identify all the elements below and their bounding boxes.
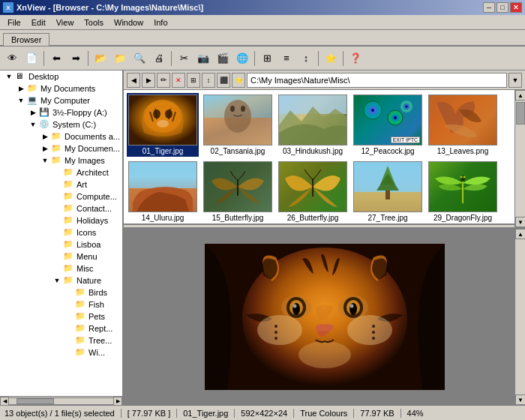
thumb-butterfly1[interactable]: 15_Butterfly.jpg: [202, 160, 274, 224]
tree-item-icons[interactable]: 📁 Icons: [0, 226, 122, 238]
tree-hscrollbar[interactable]: ◀ ▶: [0, 396, 122, 405]
addr-back[interactable]: ◀: [127, 73, 140, 88]
status-bar: 13 object(s) / 1 file(s) selected [ 77.9…: [0, 405, 525, 420]
addr-stop[interactable]: ⬛: [217, 73, 230, 88]
icon-sysc: 💿: [39, 119, 51, 130]
tool-folder-open[interactable]: 📂: [92, 50, 110, 68]
thumb-butterfly2[interactable]: 26_Butterfly.jpg: [277, 160, 349, 224]
status-filename: 01_Tiger.jpg: [183, 409, 235, 418]
tool-folder-up[interactable]: 📁: [111, 50, 129, 68]
thumb-tansania[interactable]: 02_Tansania.jpg: [202, 93, 274, 157]
menu-file[interactable]: File: [3, 16, 26, 28]
tree-item-rept[interactable]: 📁 Rept...: [0, 322, 122, 334]
addr-forward[interactable]: ▶: [142, 73, 155, 88]
tree-item-compute[interactable]: 📁 Compute...: [0, 190, 122, 202]
tree-item-floppy[interactable]: ▶ 💾 3½-Floppy (A:): [0, 106, 122, 118]
tool-forward[interactable]: ➡: [67, 50, 85, 68]
tree-item-holidays[interactable]: 📁 Holidays: [0, 214, 122, 226]
thumb-leaves[interactable]: 13_Leaves.png: [427, 93, 499, 157]
tree-item-tree[interactable]: 📁 Tree...: [0, 334, 122, 346]
label-floppy: 3½-Floppy (A:): [52, 108, 107, 117]
tool-scissors[interactable]: ✂: [175, 50, 193, 68]
tool-star[interactable]: ⭐: [322, 50, 340, 68]
thumb-hindukush[interactable]: 03_Hindukush.jpg: [277, 93, 349, 157]
tool-globe[interactable]: 🌐: [233, 50, 251, 68]
close-button[interactable]: ✕: [510, 2, 522, 13]
label-menu: Menu: [76, 252, 98, 261]
menu-edit[interactable]: Edit: [27, 16, 50, 28]
tree-item-mycomputer[interactable]: ▼ 💻 My Computer: [0, 94, 122, 106]
thumb-scroll-down[interactable]: ▼: [515, 217, 525, 227]
addr-star[interactable]: ⭐: [232, 73, 245, 88]
menu-window[interactable]: Window: [110, 16, 148, 28]
addr-delete[interactable]: ✕: [172, 73, 185, 88]
tool-film[interactable]: 🎬: [214, 50, 232, 68]
addr-grid[interactable]: ⊞: [187, 73, 200, 88]
icon-contact: 📁: [63, 203, 75, 214]
tree-item-mydocs[interactable]: ▶ 📁 My Documents: [0, 82, 122, 94]
tree-scroll-right[interactable]: ▶: [113, 397, 122, 406]
tree-item-mydocc[interactable]: ▶ 📁 My Documen...: [0, 142, 122, 154]
thumb-vscrollbar[interactable]: ▲ ▼: [514, 90, 525, 227]
preview-vscrollbar[interactable]: ▲ ▼: [514, 229, 525, 405]
preview-scroll-up[interactable]: ▲: [515, 229, 525, 239]
tool-eye[interactable]: 👁: [3, 50, 21, 68]
addr-edit[interactable]: ✏: [157, 73, 170, 88]
thumb-uluru[interactable]: 14_Uluru.jpg: [127, 160, 199, 224]
address-input[interactable]: [247, 73, 507, 88]
thumb-peacock[interactable]: EXIT IPTC 12_Peacock.jpg: [352, 93, 424, 157]
tree-item-myimages[interactable]: ▼ 📁 My Images: [0, 154, 122, 166]
tool-help[interactable]: ❓: [346, 50, 364, 68]
thumb-tree[interactable]: 27_Tree.jpg: [352, 160, 424, 224]
tab-browser[interactable]: Browser: [3, 33, 50, 46]
label-myimages: My Images: [64, 156, 105, 165]
addr-sort[interactable]: ↕: [202, 73, 215, 88]
tool-back[interactable]: ⬅: [47, 50, 65, 68]
maximize-button[interactable]: □: [496, 2, 508, 13]
tree-item-lisboa[interactable]: 📁 Lisboa: [0, 238, 122, 250]
tool-page[interactable]: 📄: [22, 50, 40, 68]
tree-item-docsa[interactable]: ▶ 📁 Documents a...: [0, 130, 122, 142]
tool-print[interactable]: 🖨: [150, 50, 168, 68]
thumb-scroll-up[interactable]: ▲: [515, 90, 525, 100]
tree-item-architect[interactable]: 📁 Architect: [0, 166, 122, 178]
tree-item-misc[interactable]: 📁 Misc: [0, 262, 122, 274]
icon-pets: 📁: [75, 311, 87, 322]
tool-sort[interactable]: ↕: [297, 50, 315, 68]
icon-fish: 📁: [75, 299, 87, 310]
tree-item-nature[interactable]: ▼ 📁 Nature: [0, 274, 122, 286]
tool-grid-small[interactable]: ⊞: [258, 50, 276, 68]
tool-camera[interactable]: 📷: [194, 50, 212, 68]
preview-scroll-down[interactable]: ▼: [515, 394, 525, 405]
tree-item-art[interactable]: 📁 Art: [0, 178, 122, 190]
thumb-scroll-thumb[interactable]: [516, 102, 525, 124]
tree-scroll-thumb[interactable]: [16, 398, 54, 404]
menu-tools[interactable]: Tools: [80, 16, 108, 28]
svg-point-56: [372, 325, 375, 328]
exif-badge: EXIT IPTC: [391, 136, 420, 143]
label-pets: Pets: [88, 312, 105, 321]
thumb-img-hindukush: [278, 94, 347, 146]
tool-list[interactable]: ≡: [278, 50, 296, 68]
tree-item-fish[interactable]: 📁 Fish: [0, 298, 122, 310]
tree-item-pets[interactable]: 📁 Pets: [0, 310, 122, 322]
tree-item-sysc[interactable]: ▼ 💿 System (C:): [0, 118, 122, 130]
addr-dropdown[interactable]: ▼: [508, 73, 522, 88]
svg-point-15: [371, 109, 374, 112]
menu-view[interactable]: View: [52, 16, 79, 28]
app-icon: X: [3, 2, 14, 13]
tree-item-birds[interactable]: 📁 Birds: [0, 286, 122, 298]
tool-search[interactable]: 🔍: [130, 50, 148, 68]
thumb-label-tree: 27_Tree.jpg: [368, 214, 408, 222]
tree-item-menu[interactable]: 📁 Menu: [0, 250, 122, 262]
tree-scroll-left[interactable]: ◀: [0, 397, 9, 406]
thumb-dragonfly[interactable]: 29_DragonFly.jpg: [427, 160, 499, 224]
thumb-grid: 01_Tiger.jpg: [124, 90, 514, 225]
tree-item-wi[interactable]: 📁 Wi...: [0, 346, 122, 358]
thumb-tiger[interactable]: 01_Tiger.jpg: [127, 93, 199, 157]
minimize-button[interactable]: ─: [483, 2, 495, 13]
menu-info[interactable]: Info: [149, 16, 172, 28]
toolbar-sep-1: [44, 51, 44, 66]
tree-item-desktop[interactable]: ▼ 🖥 Desktop: [0, 70, 122, 82]
tree-item-contact[interactable]: 📁 Contact...: [0, 202, 122, 214]
